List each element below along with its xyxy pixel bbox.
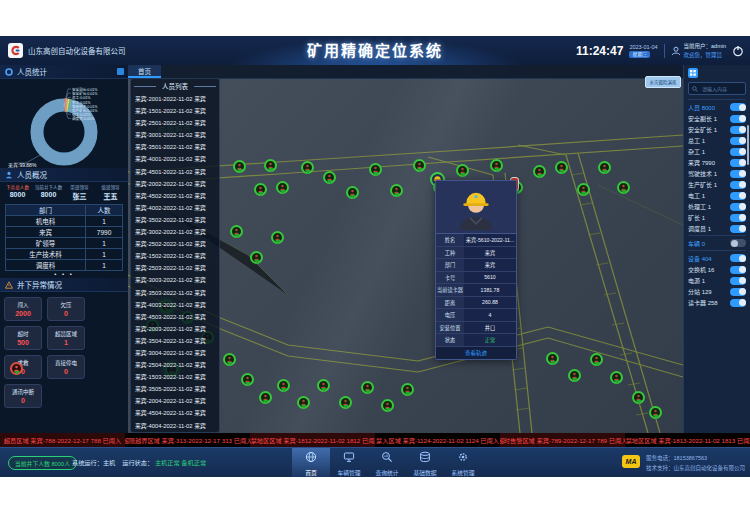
layer-toggle[interactable] bbox=[730, 181, 746, 189]
person-marker[interactable] bbox=[381, 399, 394, 412]
person-marker[interactable] bbox=[276, 181, 289, 194]
person-marker[interactable] bbox=[617, 181, 630, 194]
panel-expand-icon[interactable] bbox=[117, 68, 124, 75]
flood-drill-button[interactable]: 水灾避险演练 bbox=[645, 76, 681, 88]
person-list-item[interactable]: 来宾-4002-2022-11-02 来宾 bbox=[131, 202, 219, 214]
layer-toggle[interactable] bbox=[730, 239, 746, 247]
abnormal-button-超员区域[interactable]: 超员区域1 bbox=[47, 326, 85, 350]
nav-tab-系统管理[interactable]: 系统管理 bbox=[444, 448, 482, 477]
table-row[interactable]: 机电科1 bbox=[6, 216, 123, 227]
person-marker[interactable] bbox=[390, 184, 403, 197]
person-list-item[interactable]: 来宾-4502-2022-11-02 来宾 bbox=[131, 190, 219, 202]
layer-toggle[interactable] bbox=[730, 203, 746, 211]
person-list-item[interactable]: 来宾-3503-2022-11-02 来宾 bbox=[131, 287, 219, 299]
power-button[interactable] bbox=[732, 45, 744, 57]
person-marker[interactable] bbox=[250, 251, 263, 264]
layer-toggle[interactable] bbox=[730, 225, 746, 233]
person-list-item[interactable]: 来宾-3001-2022-11-02 来宾 bbox=[131, 129, 219, 141]
person-marker[interactable] bbox=[533, 165, 546, 178]
layer-toggle[interactable] bbox=[730, 115, 746, 123]
person-list-item[interactable]: 来宾-4503-2022-11-02 来宾 bbox=[131, 311, 219, 323]
person-marker[interactable] bbox=[568, 369, 581, 382]
person-marker[interactable] bbox=[254, 183, 267, 196]
person-list-item[interactable]: 来宾-4003-2022-11-02 来宾 bbox=[131, 299, 219, 311]
person-marker[interactable] bbox=[259, 391, 272, 404]
layer-toggle[interactable] bbox=[730, 137, 746, 145]
person-list-item[interactable]: 来宾-3501-2022-11-02 来宾 bbox=[131, 141, 219, 153]
person-list-item[interactable]: 来宾-2504-2022-11-02 来宾 bbox=[131, 359, 219, 371]
person-list-item[interactable]: 来宾-4001-2022-11-02 来宾 bbox=[131, 153, 219, 165]
person-marker[interactable] bbox=[598, 161, 611, 174]
person-list-item[interactable]: 来宾-1502-2022-11-02 来宾 bbox=[131, 250, 219, 262]
person-list-item[interactable]: 来宾-1501-2022-11-02 来宾 bbox=[131, 105, 219, 117]
layer-toggle[interactable] bbox=[730, 266, 746, 274]
person-marker[interactable] bbox=[610, 371, 623, 384]
layer-toggle[interactable] bbox=[730, 192, 746, 200]
nav-tab-首页[interactable]: 首页 bbox=[292, 448, 330, 477]
person-marker[interactable] bbox=[456, 164, 469, 177]
person-marker[interactable] bbox=[301, 161, 314, 174]
person-marker[interactable] bbox=[10, 362, 23, 375]
person-marker[interactable] bbox=[632, 391, 645, 404]
tab-home[interactable]: 首页 bbox=[128, 65, 161, 78]
layer-toggle[interactable] bbox=[730, 277, 746, 285]
person-list-item[interactable]: 来宾-4501-2022-11-02 来宾 bbox=[131, 166, 219, 178]
sidebar-scrollbar[interactable] bbox=[747, 125, 749, 165]
layer-toggle[interactable] bbox=[730, 103, 746, 111]
layer-toggle[interactable] bbox=[730, 254, 746, 262]
layer-toggle[interactable] bbox=[730, 299, 746, 307]
person-marker[interactable] bbox=[361, 381, 374, 394]
abnormal-button-闯入[interactable]: 闯入2000 bbox=[4, 297, 42, 321]
person-marker[interactable] bbox=[297, 396, 310, 409]
person-list-item[interactable]: 来宾-2502-2022-11-02 来宾 bbox=[131, 238, 219, 250]
search-input[interactable] bbox=[700, 85, 742, 93]
view-track-button[interactable]: 查看轨迹 bbox=[436, 347, 516, 359]
person-list-item[interactable]: 来宾-3502-2022-11-02 来宾 bbox=[131, 214, 219, 226]
table-row[interactable]: 矿领导1 bbox=[6, 238, 123, 249]
person-marker[interactable] bbox=[223, 353, 236, 366]
person-marker[interactable] bbox=[264, 159, 277, 172]
person-list-item[interactable]: 来宾-3505-2022-11-02 来宾 bbox=[131, 383, 219, 395]
layers-icon[interactable] bbox=[688, 68, 698, 78]
layer-toggle[interactable] bbox=[730, 288, 746, 296]
nav-tab-基础数据[interactable]: 基础数据 bbox=[406, 448, 444, 477]
person-list-item[interactable]: 来宾-2004-2022-11-02 来宾 bbox=[131, 395, 219, 407]
person-marker[interactable] bbox=[277, 379, 290, 392]
person-list-item[interactable]: 来宾-2503-2022-11-02 来宾 bbox=[131, 262, 219, 274]
person-list-item[interactable]: 来宾-3004-2022-11-02 来宾 bbox=[131, 347, 219, 359]
abnormal-button-通讯中断[interactable]: 通讯中断0 bbox=[4, 384, 42, 408]
person-marker[interactable] bbox=[317, 379, 330, 392]
person-list-item[interactable]: 来宾-3504-2022-11-02 来宾 bbox=[131, 335, 219, 347]
table-row[interactable]: 生产技术科1 bbox=[6, 249, 123, 260]
pagination-dots[interactable]: • • • bbox=[0, 271, 128, 278]
person-list-item[interactable]: 来宾-3002-2022-11-02 来宾 bbox=[131, 226, 219, 238]
nav-tab-车辆管理[interactable]: 车辆管理 bbox=[330, 448, 368, 477]
person-marker[interactable] bbox=[649, 406, 662, 419]
layer-toggle[interactable] bbox=[730, 170, 746, 178]
person-list-item[interactable]: 来宾-2001-2022-11-02 来宾 bbox=[131, 93, 219, 105]
person-list-item[interactable]: 来宾-2003-2022-11-02 来宾 bbox=[131, 323, 219, 335]
person-marker[interactable] bbox=[401, 383, 414, 396]
person-marker[interactable] bbox=[230, 225, 243, 238]
person-marker[interactable] bbox=[271, 231, 284, 244]
layer-toggle[interactable] bbox=[730, 148, 746, 156]
nav-tab-查询统计[interactable]: 查询统计 bbox=[368, 448, 406, 477]
person-list-item[interactable]: 来宾-4004-2022-11-02 来宾 bbox=[131, 420, 219, 432]
person-marker[interactable] bbox=[241, 373, 254, 386]
person-list-item[interactable]: 来宾-2002-2022-11-02 来宾 bbox=[131, 178, 219, 190]
person-marker[interactable] bbox=[369, 163, 382, 176]
layer-toggle[interactable] bbox=[730, 159, 746, 167]
person-marker[interactable] bbox=[577, 183, 590, 196]
person-marker[interactable] bbox=[339, 396, 352, 409]
layer-toggle[interactable] bbox=[730, 126, 746, 134]
person-marker[interactable] bbox=[323, 171, 336, 184]
person-marker[interactable] bbox=[546, 352, 559, 365]
layer-toggle[interactable] bbox=[730, 214, 746, 222]
person-marker[interactable] bbox=[346, 186, 359, 199]
person-marker[interactable] bbox=[490, 159, 503, 172]
person-list-item[interactable]: 来宾-2501-2022-11-02 来宾 bbox=[131, 117, 219, 129]
abnormal-button-欠压[interactable]: 欠压0 bbox=[47, 297, 85, 321]
person-marker[interactable] bbox=[590, 353, 603, 366]
person-marker[interactable] bbox=[233, 160, 246, 173]
table-row[interactable]: 调度科1 bbox=[6, 260, 123, 271]
